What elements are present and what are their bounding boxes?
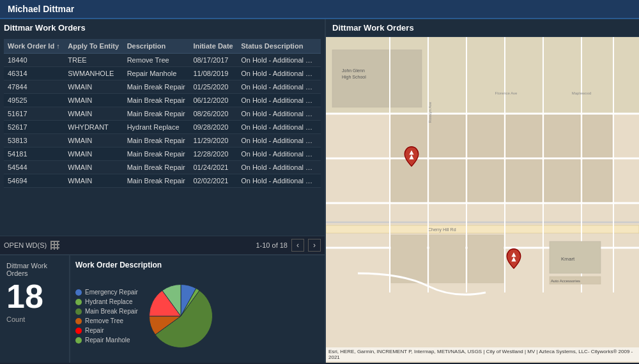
legend-item: Emergency Repair xyxy=(75,289,138,296)
legend-item: Repair xyxy=(75,327,138,334)
left-panel: Dittmar Work Orders Work Order Id ↑ Appl… xyxy=(0,19,326,363)
table-cell: WMAIN xyxy=(64,161,123,174)
table-cell: On Hold - Additional W... xyxy=(237,134,321,148)
svg-rect-27 xyxy=(468,160,504,202)
pie-svg xyxy=(146,281,216,351)
table-cell: Main Break Repair xyxy=(123,80,190,94)
table-cell: On Hold - Additional W... xyxy=(237,67,321,80)
legend-item: Repair Manhole xyxy=(75,337,138,344)
table-row[interactable]: 54544WMAINMain Break Repair01/24/2021On … xyxy=(4,161,321,174)
table-cell: Remove Tree xyxy=(123,54,190,67)
right-panel: Dittmar Work Orders John Glenn High Scho… xyxy=(326,19,639,363)
table-cell: On Hold - Additional W... xyxy=(237,54,321,67)
table-cell: SWMANHOLE xyxy=(64,67,123,80)
table-cell: 18440 xyxy=(4,54,64,67)
svg-rect-24 xyxy=(583,115,612,157)
table-cell: On Hold - Additional W... xyxy=(237,148,321,161)
table-cell: On Hold - Additional W... xyxy=(237,80,321,94)
svg-rect-29 xyxy=(544,160,580,202)
table-row[interactable]: 53813WMAINMain Break Repair11/29/2020On … xyxy=(4,134,321,148)
svg-text:Maplewood: Maplewood xyxy=(572,91,592,95)
table-row[interactable]: 18440TREERemove Tree08/17/2017On Hold - … xyxy=(4,54,321,67)
big-count: 18 xyxy=(6,280,63,313)
table-header: Work Order Id ↑ Apply To Entity Descript… xyxy=(4,39,321,54)
table-cell: On Hold - Additional W... xyxy=(237,161,321,174)
map-pin-2[interactable] xyxy=(505,248,523,269)
table-cell: 54181 xyxy=(4,148,64,161)
chart-legend: Emergency RepairHydrant ReplaceMain Brea… xyxy=(75,289,138,344)
table-cell: 11/08/2019 xyxy=(189,67,237,80)
legend-item: Hydrant Replace xyxy=(75,298,138,305)
table-cell: 01/25/2020 xyxy=(189,80,237,94)
pagination-text: 1-10 of 18 xyxy=(256,241,288,249)
next-page-button[interactable]: › xyxy=(308,239,321,252)
legend-label: Main Break Repair xyxy=(85,308,138,315)
grid-icon[interactable] xyxy=(50,241,59,250)
map-pin-1[interactable] xyxy=(403,146,420,167)
table-cell: 12/28/2020 xyxy=(189,148,237,161)
legend-color xyxy=(75,337,82,344)
svg-rect-33 xyxy=(468,235,504,283)
table-cell: WMAIN xyxy=(64,80,123,94)
table-cell: Main Break Repair xyxy=(123,148,190,161)
legend-label: Remove Tree xyxy=(85,317,123,324)
count-label: Count xyxy=(6,315,63,323)
svg-rect-10 xyxy=(326,225,639,233)
svg-rect-23 xyxy=(544,115,580,157)
legend-label: Repair Manhole xyxy=(85,337,130,344)
svg-rect-20 xyxy=(429,115,465,157)
pie-chart xyxy=(146,281,216,351)
table-section: Dittmar Work Orders Work Order Id ↑ Appl… xyxy=(0,19,325,236)
table-cell: 53813 xyxy=(4,134,64,148)
map-streets-svg: John Glenn High School Cherry Hill Rd xyxy=(326,37,639,363)
table-cell: WHYDRANT xyxy=(64,121,123,134)
table-row[interactable]: 51617WMAINMain Break Repair08/26/2020On … xyxy=(4,107,321,121)
legend-item: Remove Tree xyxy=(75,317,138,324)
svg-text:John Glenn: John Glenn xyxy=(342,68,365,73)
table-cell: TREE xyxy=(64,54,123,67)
table-cell: 09/28/2020 xyxy=(189,121,237,134)
svg-rect-32 xyxy=(429,235,465,283)
table-title: Dittmar Work Orders xyxy=(4,23,321,35)
table-row[interactable]: 49525WMAINMain Break Repair06/12/2020On … xyxy=(4,94,321,107)
table-row[interactable]: 47844WMAINMain Break Repair01/25/2020On … xyxy=(4,80,321,94)
prev-page-button[interactable]: ‹ xyxy=(291,239,304,252)
header-row: Work Order Id ↑ Apply To Entity Descript… xyxy=(4,39,321,54)
table-cell: 11/29/2020 xyxy=(189,134,237,148)
table-cell: 02/02/2021 xyxy=(189,174,237,188)
chart-title: Work Order Description xyxy=(75,261,320,269)
legend-label: Hydrant Replace xyxy=(85,298,132,305)
app-title: Michael Dittmar xyxy=(8,4,74,14)
svg-text:Cherry Hill Rd: Cherry Hill Rd xyxy=(428,227,456,232)
table-cell: WMAIN xyxy=(64,174,123,188)
table-row[interactable]: 52617WHYDRANTHydrant Replace09/28/2020On… xyxy=(4,121,321,134)
table-cell: 01/24/2021 xyxy=(189,161,237,174)
main-layout: Dittmar Work Orders Work Order Id ↑ Appl… xyxy=(0,19,639,363)
legend-label: Repair xyxy=(85,327,104,334)
work-orders-table: Work Order Id ↑ Apply To Entity Descript… xyxy=(4,39,321,188)
table-cell: Main Break Repair xyxy=(123,174,190,188)
chart-panel: Work Order Description Emergency RepairH… xyxy=(70,255,325,363)
table-cell: 46314 xyxy=(4,67,64,80)
table-cell: On Hold - Additional W... xyxy=(237,107,321,121)
table-cell: Main Break Repair xyxy=(123,134,190,148)
table-cell: 51617 xyxy=(4,107,64,121)
col-description: Description xyxy=(123,39,190,54)
map-background: John Glenn High School Cherry Hill Rd xyxy=(326,37,639,363)
table-row[interactable]: 46314SWMANHOLERepair Manhole11/08/2019On… xyxy=(4,67,321,80)
svg-rect-21 xyxy=(468,115,504,157)
table-row[interactable]: 54694WMAINMain Break Repair02/02/2021On … xyxy=(4,174,321,188)
table-cell: WMAIN xyxy=(64,148,123,161)
svg-text:Kmart: Kmart xyxy=(561,256,575,262)
bottom-panels: Dittmar Work Orders 18 Count Work Order … xyxy=(0,254,325,363)
app-header: Michael Dittmar xyxy=(0,0,639,19)
table-cell: 08/26/2020 xyxy=(189,107,237,121)
legend-item: Main Break Repair xyxy=(75,308,138,315)
table-cell: 54694 xyxy=(4,174,64,188)
table-row[interactable]: 54181WMAINMain Break Repair12/28/2020On … xyxy=(4,148,321,161)
map-title: Dittmar Work Orders xyxy=(326,19,639,37)
table-cell: Main Break Repair xyxy=(123,94,190,107)
map-area[interactable]: John Glenn High School Cherry Hill Rd xyxy=(326,37,639,363)
svg-text:Florence Ave: Florence Ave xyxy=(495,91,518,95)
open-wds-label: OPEN WD(S) xyxy=(4,241,47,249)
